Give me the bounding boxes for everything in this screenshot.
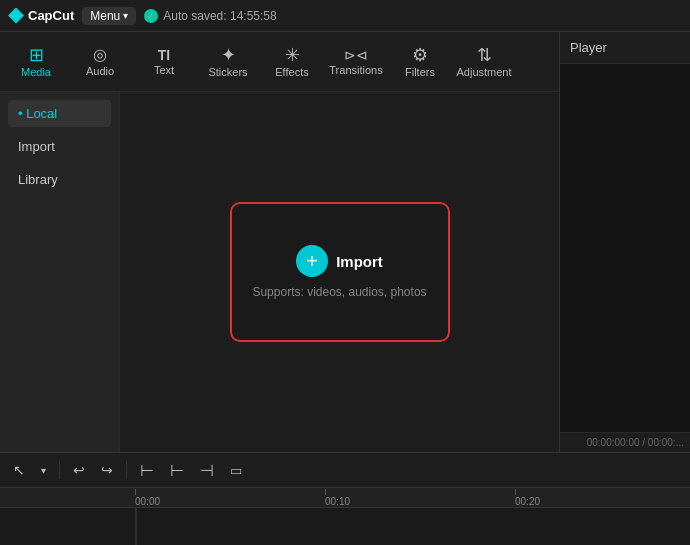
- sidebar-item-local[interactable]: • Local: [8, 100, 111, 127]
- stickers-icon: ✦: [221, 46, 236, 64]
- ruler-label-0: 00:00: [135, 496, 160, 507]
- sidebar-item-library[interactable]: Library: [8, 166, 111, 193]
- pointer-dropdown-button[interactable]: ▾: [36, 462, 51, 479]
- logo-text: CapCut: [28, 8, 74, 23]
- delete-button[interactable]: ▭: [225, 460, 247, 481]
- dropdown-chevron-icon: ▾: [41, 465, 46, 476]
- toolbar-separator-1: [59, 461, 60, 479]
- content-area: • Local Import Library + Import: [0, 92, 559, 452]
- audio-label: Audio: [86, 65, 114, 77]
- effects-icon: ✳: [285, 46, 300, 64]
- toolbar-item-audio[interactable]: ◎ Audio: [68, 34, 132, 90]
- redo-button[interactable]: ↪: [96, 459, 118, 481]
- autosave-indicator: ✓ Auto saved: 14:55:58: [144, 9, 276, 23]
- filters-label: Filters: [405, 66, 435, 78]
- trim-start-icon: ⊢: [170, 461, 184, 480]
- sidebar-library-label: Library: [18, 172, 58, 187]
- toolbar-item-media[interactable]: ⊞ Media: [4, 34, 68, 90]
- logo-icon: [8, 8, 24, 24]
- trim-start-button[interactable]: ⊢: [165, 458, 189, 483]
- toolbar-item-text[interactable]: TI Text: [132, 34, 196, 90]
- delete-icon: ▭: [230, 463, 242, 478]
- sidebar: • Local Import Library: [0, 92, 120, 452]
- import-label: Import: [336, 253, 383, 270]
- pointer-tool-button[interactable]: ↖: [8, 459, 30, 481]
- ruler-label-1: 00:10: [325, 496, 350, 507]
- adjustment-label: Adjustment: [456, 66, 511, 78]
- autosave-text: Auto saved: 14:55:58: [163, 9, 276, 23]
- toolbar-item-filters[interactable]: ⚙ Filters: [388, 34, 452, 90]
- player-panel: Player 00:00:00:00 / 00:00:...: [560, 32, 690, 452]
- playhead: [135, 508, 137, 545]
- bottom-toolbar: ↖ ▾ ↩ ↪ ⊢ ⊢ ⊣ ▭: [0, 452, 690, 488]
- import-box[interactable]: + Import Supports: videos, audios, photo…: [230, 202, 450, 342]
- toolbar-item-transitions[interactable]: ⊳⊲ Transitions: [324, 34, 388, 90]
- sidebar-local-label: • Local: [18, 106, 57, 121]
- ruler-label-2: 00:20: [515, 496, 540, 507]
- menu-chevron-icon: ▾: [123, 10, 128, 21]
- split-icon: ⊢: [140, 461, 154, 480]
- media-icon: ⊞: [29, 46, 44, 64]
- trim-end-icon: ⊣: [200, 461, 214, 480]
- menu-label: Menu: [90, 9, 120, 23]
- menu-button[interactable]: Menu ▾: [82, 7, 136, 25]
- app-logo: CapCut: [8, 8, 74, 24]
- ruler-mark-1: 00:10: [325, 489, 350, 507]
- main-layout: ⊞ Media ◎ Audio TI Text ✦ Stickers ✳ Eff…: [0, 32, 690, 452]
- toolbar: ⊞ Media ◎ Audio TI Text ✦ Stickers ✳ Eff…: [0, 32, 559, 92]
- import-row: + Import: [296, 245, 383, 277]
- undo-button[interactable]: ↩: [68, 459, 90, 481]
- autosave-icon: ✓: [144, 9, 158, 23]
- stickers-label: Stickers: [208, 66, 247, 78]
- transitions-label: Transitions: [329, 64, 382, 76]
- timeline-track[interactable]: [0, 508, 690, 545]
- transitions-icon: ⊳⊲: [344, 48, 368, 62]
- filters-icon: ⚙: [412, 46, 428, 64]
- media-label: Media: [21, 66, 51, 78]
- sidebar-item-import[interactable]: Import: [8, 133, 111, 160]
- undo-icon: ↩: [73, 462, 85, 478]
- toolbar-separator-2: [126, 461, 127, 479]
- title-bar: CapCut Menu ▾ ✓ Auto saved: 14:55:58: [0, 0, 690, 32]
- split-button[interactable]: ⊢: [135, 458, 159, 483]
- audio-icon: ◎: [93, 47, 107, 63]
- sidebar-import-label: Import: [18, 139, 55, 154]
- timeline-ruler: 00:00 00:10 00:20: [0, 488, 690, 508]
- timeline: 00:00 00:10 00:20: [0, 488, 690, 545]
- text-icon: TI: [158, 48, 170, 62]
- import-supports-text: Supports: videos, audios, photos: [252, 285, 426, 299]
- import-plus-icon: +: [296, 245, 328, 277]
- text-label: Text: [154, 64, 174, 76]
- left-panel: ⊞ Media ◎ Audio TI Text ✦ Stickers ✳ Eff…: [0, 32, 560, 452]
- player-timecode: 00:00:00:00 / 00:00:...: [560, 432, 690, 452]
- media-area: + Import Supports: videos, audios, photo…: [120, 92, 559, 452]
- toolbar-item-effects[interactable]: ✳ Effects: [260, 34, 324, 90]
- adjustment-icon: ⇅: [477, 46, 492, 64]
- redo-icon: ↪: [101, 462, 113, 478]
- toolbar-item-adjustment[interactable]: ⇅ Adjustment: [452, 34, 516, 90]
- toolbar-item-stickers[interactable]: ✦ Stickers: [196, 34, 260, 90]
- effects-label: Effects: [275, 66, 308, 78]
- player-area: [560, 64, 690, 432]
- ruler-mark-2: 00:20: [515, 489, 540, 507]
- pointer-icon: ↖: [13, 462, 25, 478]
- trim-end-button[interactable]: ⊣: [195, 458, 219, 483]
- player-header: Player: [560, 32, 690, 64]
- ruler-mark-0: 00:00: [135, 489, 160, 507]
